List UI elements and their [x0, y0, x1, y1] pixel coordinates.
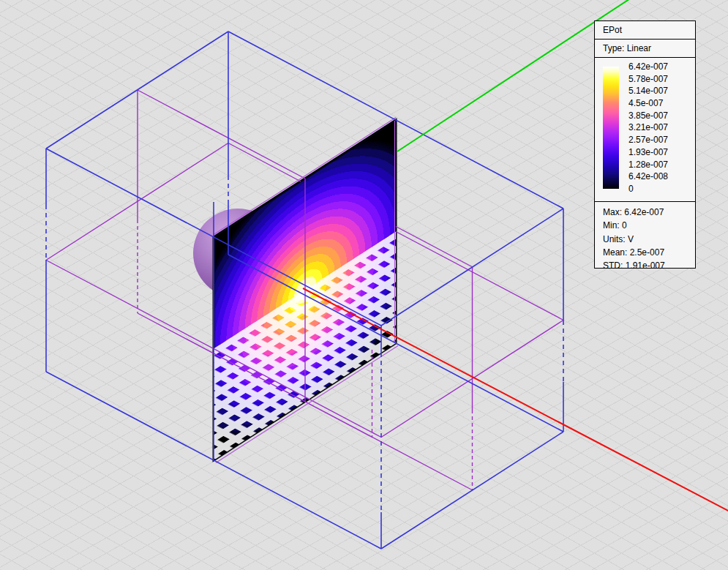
colorbar-tick: 4.5e-007	[628, 97, 668, 110]
stat-mean: Mean: 2.5e-007	[603, 246, 695, 259]
legend-type-label: Type: Linear	[595, 40, 695, 58]
stat-std: STD: 1.91e-007	[603, 259, 695, 272]
colorbar-tick: 1.28e-007	[628, 159, 668, 171]
legend-stats-section: Max: 6.42e-007 Min: 0 Units: V Mean: 2.5…	[595, 202, 695, 272]
colorbar-tick: 0	[628, 183, 668, 195]
colorbar-ticks: 6.42e-007 5.78e-007 5.14e-007 4.5e-007 3…	[628, 61, 668, 195]
stat-min: Min: 0	[603, 219, 695, 232]
colorbar-tick: 1.93e-007	[628, 146, 668, 159]
colorbar	[603, 67, 619, 189]
colorbar-tick: 2.57e-007	[628, 134, 668, 146]
colorbar-tick: 5.78e-007	[628, 73, 668, 86]
stat-max: Max: 6.42e-007	[603, 206, 695, 219]
legend-panel: EPot Type: Linear 6.42e-007 5.78e-007 5.…	[594, 20, 696, 269]
octree-subdivision-wireframe	[46, 90, 563, 490]
colorbar-tick: 5.14e-007	[628, 85, 668, 97]
legend-scale-section: 6.42e-007 5.78e-007 5.14e-007 4.5e-007 3…	[595, 58, 695, 202]
colorbar-tick: 3.85e-007	[628, 110, 668, 122]
colorbar-tick: 6.42e-008	[628, 170, 668, 183]
x-axis	[303, 288, 728, 513]
legend-title: EPot	[595, 21, 695, 40]
colorbar-tick: 6.42e-007	[628, 61, 668, 73]
3d-viewport[interactable]: EPot Type: Linear 6.42e-007 5.78e-007 5.…	[0, 0, 728, 570]
colorbar-tick: 3.21e-007	[628, 121, 668, 134]
stat-units: Units: V	[603, 233, 695, 246]
